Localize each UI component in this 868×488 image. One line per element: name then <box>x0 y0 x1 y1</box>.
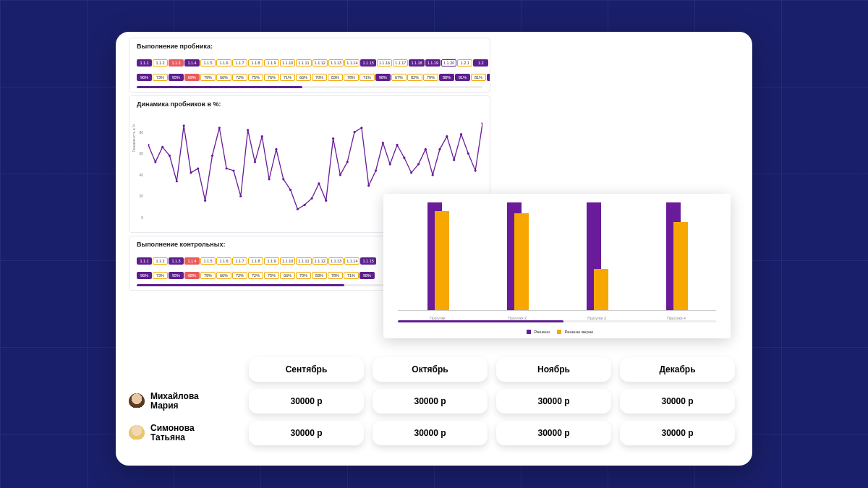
pill[interactable]: 82% <box>407 74 422 81</box>
pill[interactable]: 1.1.11 <box>296 257 311 265</box>
line-point <box>318 182 320 184</box>
pill[interactable]: 1.1.13 <box>328 257 344 265</box>
legend-label-correct: Решено верно <box>564 330 593 334</box>
pill[interactable]: 72% <box>232 74 247 81</box>
line-point <box>346 161 349 163</box>
line-point <box>304 204 306 206</box>
pill[interactable]: 1.1.3 <box>169 59 184 67</box>
line-point <box>247 129 249 131</box>
line-point <box>232 169 234 171</box>
pill[interactable]: 73% <box>153 74 168 81</box>
pill[interactable]: 88% <box>439 74 454 81</box>
pill[interactable]: 96% <box>137 74 152 81</box>
line-point <box>297 208 299 210</box>
pill[interactable]: 66% <box>296 74 311 81</box>
pill[interactable]: 79% <box>200 74 216 81</box>
pill[interactable]: 75% <box>264 272 279 279</box>
probe-scroll-thumb[interactable] <box>137 86 302 88</box>
pill[interactable]: 72% <box>232 272 247 279</box>
pill[interactable]: 1.1.5 <box>200 257 216 265</box>
bar-scrollbar[interactable] <box>398 320 716 322</box>
line-point <box>226 167 228 169</box>
pill[interactable]: 79% <box>423 74 438 81</box>
pill[interactable]: 79% <box>200 272 216 279</box>
line-point <box>211 155 213 157</box>
pill[interactable]: 66% <box>280 272 295 279</box>
pill[interactable]: 1.1.18 <box>409 59 424 67</box>
pill[interactable]: 83% <box>328 74 343 81</box>
pill[interactable]: 70% <box>296 272 311 279</box>
pill[interactable]: 1.1.10 <box>280 59 295 67</box>
pill[interactable]: 1.1.17 <box>393 59 408 67</box>
pill[interactable]: 75% <box>248 74 263 81</box>
pill[interactable]: 1.1.3 <box>169 257 184 265</box>
pill[interactable]: 68% <box>184 272 200 279</box>
pill[interactable]: 96% <box>137 272 152 279</box>
pill[interactable]: 67% <box>391 74 407 81</box>
probe-scrollbar[interactable] <box>137 86 482 88</box>
pill[interactable]: 1.1.12 <box>312 59 328 67</box>
pill[interactable]: 78% <box>328 272 343 279</box>
line-point <box>268 178 270 180</box>
pill[interactable]: 1.1.14 <box>344 59 359 67</box>
pill[interactable]: 1.1.19 <box>425 59 441 67</box>
pill[interactable]: 9 <box>487 74 490 81</box>
line-point <box>353 131 355 133</box>
pill[interactable]: 1.1.13 <box>328 59 344 67</box>
legend-label-solved: Решено <box>534 330 550 334</box>
pill[interactable]: 1.1.20 <box>441 59 456 67</box>
bar-scroll-thumb[interactable] <box>398 320 563 322</box>
pill[interactable]: 1.1.2 <box>153 257 168 265</box>
pill[interactable]: 66% <box>216 74 231 81</box>
pill[interactable]: 70% <box>312 74 327 81</box>
pill[interactable]: 1.1.6 <box>216 257 231 265</box>
pill[interactable]: 98% <box>375 74 391 81</box>
pill[interactable]: 1.1.15 <box>360 59 375 67</box>
bar-legend: Решено Решено верно <box>383 330 731 334</box>
bar-group: Прогулки 3 <box>575 202 618 310</box>
pill[interactable]: 1.1.4 <box>184 257 200 265</box>
pill[interactable]: 1.1.10 <box>280 257 295 265</box>
pill[interactable]: 1.1.5 <box>200 59 216 67</box>
pill[interactable]: 73% <box>153 272 168 279</box>
pill[interactable]: 1.1.14 <box>344 257 359 265</box>
pill[interactable]: 1.1.1 <box>137 59 152 67</box>
pill[interactable]: 1.1.15 <box>360 257 375 265</box>
pill[interactable]: 78% <box>344 74 359 81</box>
pill[interactable]: 66% <box>216 272 231 279</box>
pill[interactable]: 1.2 <box>473 59 488 67</box>
pill[interactable]: 1.1.12 <box>312 257 328 265</box>
pill[interactable]: 1.1.11 <box>296 59 311 67</box>
pill[interactable]: 95% <box>169 74 184 81</box>
pill[interactable]: 71% <box>344 272 359 279</box>
pill[interactable]: 81% <box>471 74 486 81</box>
line-point <box>282 178 284 180</box>
pill[interactable]: 1.1.7 <box>232 59 247 67</box>
line-point <box>289 189 292 191</box>
pill[interactable]: 98% <box>359 272 375 279</box>
pill[interactable]: 83% <box>312 272 327 279</box>
pill[interactable]: 72% <box>248 272 263 279</box>
pill[interactable]: 1.1.8 <box>248 59 263 67</box>
pill[interactable]: 1.1.9 <box>264 257 279 265</box>
pill[interactable]: 1.1.1 <box>137 257 152 265</box>
pill[interactable]: 71% <box>359 74 375 81</box>
pill[interactable]: 69% <box>184 74 200 81</box>
avatar <box>129 393 145 409</box>
controls-scroll-thumb[interactable] <box>137 284 344 286</box>
line-point <box>460 133 462 135</box>
pill[interactable]: 1.1.16 <box>377 59 392 67</box>
pill[interactable]: 1.1.8 <box>248 257 263 265</box>
pill[interactable]: 1.1.9 <box>264 59 279 67</box>
pill[interactable]: 95% <box>169 272 184 279</box>
pill[interactable]: 76% <box>264 74 279 81</box>
probe-completion-panel: Выполнение пробника: 1.1.11.1.21.1.31.1.… <box>129 38 490 93</box>
pill[interactable]: 1.1.6 <box>216 59 231 67</box>
pill[interactable]: 1.1.2 <box>153 59 168 67</box>
pill[interactable]: 1.2.1 <box>457 59 472 67</box>
line-point <box>453 159 455 161</box>
pill[interactable]: 1.1.7 <box>232 257 247 265</box>
pill[interactable]: 1.1.4 <box>184 59 200 67</box>
pill[interactable]: 71% <box>280 74 295 81</box>
pill[interactable]: 91% <box>455 74 470 81</box>
